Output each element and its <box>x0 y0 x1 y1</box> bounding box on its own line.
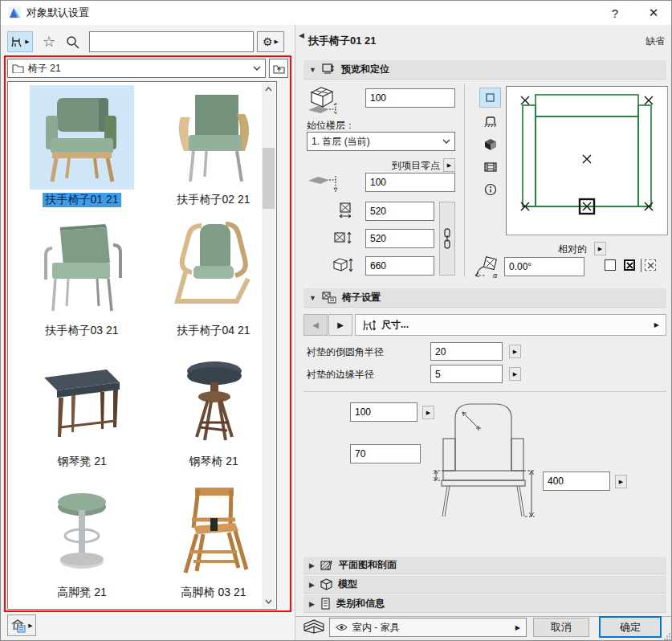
search-icon[interactable] <box>63 33 81 51</box>
section-chair-settings[interactable]: ▼ 椅子设置 <box>303 288 666 308</box>
section-model[interactable]: ▶ 模型 <box>303 576 666 594</box>
section-floorplan[interactable]: ▶ 平面图和剖面 <box>303 557 666 574</box>
folder-up-button[interactable] <box>269 59 288 78</box>
floorplan-section-icon <box>320 560 333 571</box>
arrow-right-icon: ▶ <box>515 624 520 631</box>
dim-height-input[interactable] <box>543 472 610 491</box>
item-label: 扶手椅子01 21 <box>43 193 120 207</box>
scroll-down-icon[interactable] <box>262 595 275 608</box>
gear-icon: ⚙ <box>263 35 273 48</box>
list-scrollbar[interactable] <box>262 83 275 608</box>
dim-radius-input[interactable] <box>350 402 417 422</box>
title-bar: 对象默认设置 ? ✕ <box>1 1 672 25</box>
close-button[interactable]: ✕ <box>636 1 671 25</box>
preview-front-view-button[interactable] <box>479 112 501 132</box>
preview-section-view-button[interactable] <box>479 157 501 177</box>
favorites-star-icon[interactable]: ☆ <box>39 31 59 52</box>
info-icon <box>484 183 497 196</box>
object-default-settings-dialog: 对象默认设置 ? ✕ ▶ ☆ ⚙▶ 椅子 21 <box>0 0 672 641</box>
to-project-zero-label: 到项目零点 <box>364 159 440 173</box>
list-item-armchair03[interactable]: 扶手椅子03 21 <box>18 216 146 345</box>
param1-label: 衬垫的倒圆角半径 <box>307 345 384 359</box>
chevron-down-icon <box>442 139 450 144</box>
chair-thumbnail <box>30 478 134 582</box>
arrow-left-icon: ◀ <box>312 320 319 329</box>
param1-flyout-button[interactable]: ▶ <box>509 345 521 358</box>
model-section-icon <box>320 578 332 590</box>
list-item-bar-stool[interactable]: 高脚凳 21 <box>18 478 146 606</box>
item-label: 钢琴凳 21 <box>55 455 108 469</box>
ok-button[interactable]: 确定 <box>599 616 662 638</box>
relative-label: 相对的 <box>558 243 587 256</box>
list-item-armchair04[interactable]: 扶手椅子04 21 <box>149 216 278 345</box>
settings-panel: ◀ 扶手椅子01 21 缺省 ▼ 预览和定位 始位楼层： 1. 首层 (当前) … <box>295 25 672 641</box>
top-offset-input[interactable] <box>365 88 455 108</box>
link-dimensions-button[interactable] <box>439 202 455 276</box>
home-story-dropdown[interactable]: 1. 首层 (当前) <box>307 132 455 151</box>
layer-dropdown[interactable]: 室内 - 家具 ▶ <box>329 618 527 637</box>
classification-section-icon <box>320 598 331 610</box>
item-label: 高脚椅 03 21 <box>179 586 249 600</box>
library-icon <box>10 619 26 633</box>
collapse-triangle-icon: ▼ <box>309 66 316 74</box>
chair-thumbnail <box>30 347 134 451</box>
param2-input[interactable] <box>430 365 503 383</box>
app-logo-icon <box>8 6 22 19</box>
param1-input[interactable] <box>430 342 503 361</box>
list-item-piano-stool[interactable]: 钢琴椅 21 <box>149 347 278 476</box>
library-manager-button[interactable]: ▶ <box>7 614 36 636</box>
preview-2d-symbol-button[interactable] <box>479 88 501 108</box>
dim-seat-input[interactable] <box>350 444 421 463</box>
param2-flyout-button[interactable]: ▶ <box>509 367 521 381</box>
selected-object-title: 扶手椅子01 21 <box>308 34 377 48</box>
rotation-angle-input[interactable] <box>504 257 584 276</box>
width-input[interactable] <box>365 202 434 221</box>
film-icon <box>483 161 498 173</box>
next-page-button[interactable]: ▶ <box>328 314 352 336</box>
help-button[interactable]: ? <box>597 1 633 25</box>
search-input[interactable] <box>89 31 254 52</box>
resize-grip[interactable] <box>664 633 671 640</box>
folder-dropdown[interactable]: 椅子 21 <box>7 59 266 78</box>
dim-height-flyout-button[interactable]: ▶ <box>615 475 627 488</box>
list-item-armchair02[interactable]: 扶手椅子02 21 <box>149 85 278 214</box>
relative-flyout-button[interactable]: ▶ <box>594 242 606 255</box>
preview-2d-view[interactable] <box>506 86 668 235</box>
preview-info-button[interactable] <box>479 179 501 199</box>
status-badge: 缺省 <box>646 35 665 48</box>
cancel-button[interactable]: 取消 <box>533 618 589 637</box>
height-input[interactable] <box>365 256 434 276</box>
bottom-offset-input[interactable] <box>365 173 455 192</box>
list-item-armchair01[interactable]: 扶手椅子01 21 <box>18 85 146 214</box>
expand-triangle-icon: ▶ <box>309 581 315 589</box>
preview-3d-view-button[interactable] <box>479 134 501 154</box>
section-classification[interactable]: ▶ 类别和信息 <box>303 595 666 613</box>
layers-icon[interactable] <box>303 618 325 635</box>
depth-input[interactable] <box>365 229 434 248</box>
collapse-panel-icon[interactable]: ◀ <box>299 31 304 39</box>
page-title: 尺寸... <box>381 318 409 332</box>
top-offset-icon <box>305 86 342 115</box>
chair-thumbnail <box>161 478 266 582</box>
chair-settings-icon <box>322 292 336 304</box>
chair-dimension-icon <box>362 319 377 332</box>
folder-icon <box>12 63 24 73</box>
hotspot-checkbox-dashed[interactable] <box>645 259 656 271</box>
list-item-piano-bench[interactable]: 钢琴凳 21 <box>18 347 146 476</box>
list-item-high-chair[interactable]: 高脚椅 03 21 <box>149 478 278 606</box>
object-type-button[interactable]: ▶ <box>7 31 33 52</box>
width-icon <box>338 202 352 218</box>
arrow-right-icon[interactable]: ▶ <box>654 321 659 329</box>
parameter-page-bar[interactable]: 尺寸... ▶ <box>355 314 666 336</box>
settings-gear-button[interactable]: ⚙▶ <box>257 31 284 52</box>
section-preview-position[interactable]: ▼ 预览和定位 <box>303 60 666 80</box>
square-2d-icon <box>486 93 495 102</box>
scrollbar-thumb[interactable] <box>263 148 275 209</box>
prev-page-button[interactable]: ◀ <box>303 314 328 336</box>
eye-icon <box>336 623 348 631</box>
reference-flyout-button[interactable]: ▶ <box>443 158 455 172</box>
hotspot-checkbox-empty[interactable] <box>605 259 616 271</box>
folder-dropdown-value: 椅子 21 <box>28 62 61 76</box>
scroll-up-icon[interactable] <box>262 83 275 96</box>
hotspot-checkbox-checked[interactable] <box>624 259 635 271</box>
